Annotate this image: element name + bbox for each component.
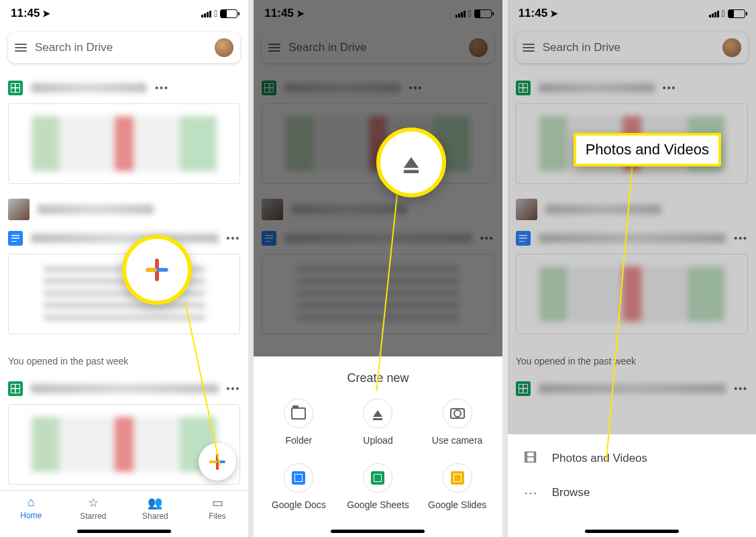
section-label: You opened in the past week xyxy=(508,350,756,369)
wifi-icon: 􀙇 xyxy=(468,8,472,19)
file-name-blur xyxy=(284,234,472,243)
nav-home[interactable]: ⌂Home xyxy=(0,491,62,525)
location-icon: ➤ xyxy=(42,8,50,19)
file-name-blur xyxy=(31,384,219,393)
search-bar[interactable]: Search in Drive xyxy=(8,32,240,63)
status-time: 11:45 xyxy=(11,7,40,20)
file-row-image[interactable] xyxy=(516,193,748,226)
status-bar: 11:45 ➤ 􀙇 xyxy=(254,0,502,27)
sheet-item-label: Upload xyxy=(363,435,392,446)
image-thumb xyxy=(262,199,283,220)
google-slides-button[interactable]: Google Slides xyxy=(419,463,496,510)
sheets-icon xyxy=(8,381,23,396)
people-icon: 👥 xyxy=(148,495,162,510)
image-thumb xyxy=(8,199,30,220)
menu-icon[interactable] xyxy=(268,44,280,52)
nav-label: Home xyxy=(20,511,42,520)
file-row-sheets[interactable]: ••• xyxy=(516,376,748,401)
file-row-docs[interactable]: ••• xyxy=(262,226,494,251)
menu-item-label: Browse xyxy=(552,486,590,499)
file-preview[interactable] xyxy=(516,254,748,334)
search-bar[interactable]: Search in Drive xyxy=(516,32,748,63)
avatar[interactable] xyxy=(215,38,233,57)
google-sheets-button[interactable]: Google Sheets xyxy=(339,463,416,510)
cell-signal-icon xyxy=(201,9,211,17)
highlight-fab xyxy=(122,235,192,305)
more-icon[interactable]: ••• xyxy=(155,83,169,93)
sheets-icon xyxy=(8,81,23,95)
file-row-sheets[interactable]: ••• xyxy=(262,75,494,101)
use-camera-button[interactable]: Use camera xyxy=(419,399,496,446)
file-name-blur xyxy=(284,83,400,93)
file-row-docs[interactable]: ••• xyxy=(8,226,240,251)
nav-label: Shared xyxy=(142,511,168,521)
sheets-icon xyxy=(371,471,384,485)
more-icon[interactable]: ••• xyxy=(409,83,423,93)
search-placeholder: Search in Drive xyxy=(543,41,714,54)
menu-item-label: Photos and Videos xyxy=(552,452,647,465)
browse-button[interactable]: ⋯ Browse xyxy=(508,475,756,510)
file-row-sheets[interactable]: ••• xyxy=(8,75,240,101)
upload-icon xyxy=(373,410,382,417)
menu-icon[interactable] xyxy=(15,44,27,52)
folder-icon: ▭ xyxy=(212,495,223,510)
menu-icon[interactable] xyxy=(523,44,535,52)
cell-signal-icon xyxy=(455,9,466,17)
file-row-sheets[interactable]: ••• xyxy=(516,75,748,101)
docs-icon xyxy=(516,231,531,246)
create-folder-button[interactable]: Folder xyxy=(260,399,337,446)
file-row-docs[interactable]: ••• xyxy=(516,226,748,251)
highlight-upload xyxy=(376,128,446,197)
location-icon: ➤ xyxy=(550,8,558,19)
sheet-item-label: Google Docs xyxy=(272,499,326,510)
create-new-sheet: Create new Folder Upload Use camera Goog… xyxy=(254,356,502,537)
battery-icon xyxy=(474,9,492,18)
search-bar[interactable]: Search in Drive xyxy=(262,32,494,63)
avatar[interactable] xyxy=(722,38,741,57)
image-thumb xyxy=(516,199,537,220)
more-icon[interactable]: ••• xyxy=(734,383,748,394)
avatar[interactable] xyxy=(469,38,488,57)
wifi-icon: 􀙇 xyxy=(214,8,217,19)
more-icon[interactable]: ••• xyxy=(734,233,748,244)
fab-new-button[interactable] xyxy=(199,443,236,481)
plus-icon xyxy=(146,258,168,281)
file-name-blur xyxy=(545,205,661,214)
more-icon[interactable]: ••• xyxy=(227,233,241,244)
sheet-item-label: Google Sheets xyxy=(347,499,409,510)
camera-icon xyxy=(450,408,465,419)
more-icon[interactable]: ••• xyxy=(227,383,241,394)
file-name-blur xyxy=(539,83,655,93)
file-preview[interactable] xyxy=(8,103,240,184)
photos-videos-button[interactable]: 🎞 Photos and Videos xyxy=(508,441,756,475)
upload-button[interactable]: Upload xyxy=(339,399,416,446)
sheets-icon xyxy=(516,381,531,396)
nav-shared[interactable]: 👥Shared xyxy=(124,491,186,525)
search-placeholder: Search in Drive xyxy=(288,41,460,54)
file-preview[interactable] xyxy=(262,254,494,334)
more-icon[interactable]: ••• xyxy=(663,83,677,93)
phone-screen-1: 11:45 ➤ 􀙇 Search in Drive ••• ••• xyxy=(0,0,248,537)
cell-signal-icon xyxy=(709,9,719,17)
file-row-image[interactable] xyxy=(262,193,494,226)
file-list: ••• ••• xyxy=(254,68,502,350)
folder-icon xyxy=(291,407,306,420)
nav-files[interactable]: ▭Files xyxy=(186,491,249,525)
wifi-icon: 􀙇 xyxy=(722,8,725,19)
file-row-image[interactable] xyxy=(8,193,240,226)
status-bar: 11:45 ➤ 􀙇 xyxy=(0,0,248,27)
sheets-icon xyxy=(516,81,531,95)
file-name-blur xyxy=(539,234,726,243)
home-icon: ⌂ xyxy=(28,495,35,509)
google-docs-button[interactable]: Google Docs xyxy=(260,463,337,510)
docs-icon xyxy=(262,231,276,246)
file-name-blur xyxy=(31,83,147,93)
more-icon[interactable]: ••• xyxy=(480,233,494,244)
nav-label: Starred xyxy=(80,511,106,521)
file-list: ••• xyxy=(508,369,756,408)
star-icon: ☆ xyxy=(88,495,99,510)
nav-starred[interactable]: ☆Starred xyxy=(62,491,125,525)
more-horizontal-icon: ⋯ xyxy=(524,485,537,501)
file-list: ••• ••• xyxy=(508,68,756,350)
docs-icon xyxy=(8,231,23,246)
